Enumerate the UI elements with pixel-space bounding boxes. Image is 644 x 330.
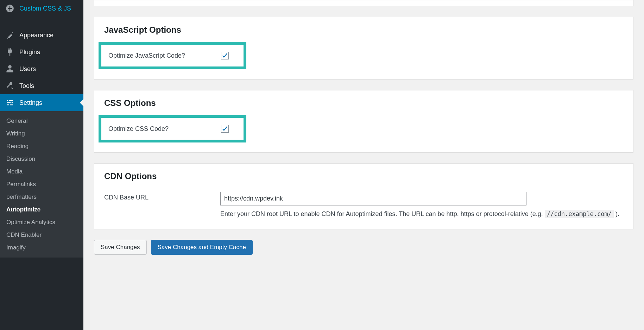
javascript-options-card: JavaScript Options Optimize JavaScript C…	[94, 17, 633, 80]
plug-icon	[5, 47, 14, 57]
settings-submenu: General Writing Reading Discussion Media…	[0, 111, 83, 258]
submenu-item-media[interactable]: Media	[0, 165, 83, 178]
submenu-item-reading[interactable]: Reading	[0, 140, 83, 153]
plus-circle-icon	[5, 4, 14, 13]
submenu-item-cdn-enabler[interactable]: CDN Enabler	[0, 229, 83, 241]
section-title-css: CSS Options	[104, 98, 623, 108]
optimize-js-label: Optimize JavaScript Code?	[108, 52, 221, 59]
submenu-item-imagify[interactable]: Imagify	[0, 241, 83, 254]
optimize-js-row: Optimize JavaScript Code?	[99, 42, 246, 69]
wrench-icon	[5, 81, 14, 90]
check-icon	[222, 126, 228, 132]
sidebar-item-label: Tools	[19, 82, 34, 90]
action-buttons: Save Changes Save Changes and Empty Cach…	[94, 240, 633, 255]
submenu-item-optimize-analytics[interactable]: Optimize Analytics	[0, 216, 83, 229]
optimize-css-label: Optimize CSS Code?	[108, 125, 221, 133]
cdn-base-url-label: CDN Base URL	[104, 192, 220, 201]
sidebar-item-label: Settings	[19, 99, 42, 107]
sidebar-item-label: Plugins	[19, 49, 40, 56]
sidebar-item-label: Appearance	[19, 32, 53, 39]
submenu-item-writing[interactable]: Writing	[0, 127, 83, 140]
optimize-css-checkbox[interactable]	[221, 125, 229, 133]
section-title-js: JavaScript Options	[104, 25, 623, 35]
admin-sidebar: Custom CSS & JS Appearance Plugins Users	[0, 0, 83, 330]
submenu-item-permalinks[interactable]: Permalinks	[0, 178, 83, 191]
css-options-card: CSS Options Optimize CSS Code?	[94, 90, 633, 153]
sidebar-item-plugins[interactable]: Plugins	[0, 44, 83, 61]
sidebar-item-tools[interactable]: Tools	[0, 77, 83, 94]
submenu-item-autoptimize[interactable]: Autoptimize	[0, 203, 83, 216]
sidebar-item-label: Custom CSS & JS	[19, 5, 71, 12]
top-card-fragment	[94, 0, 633, 6]
sliders-icon	[5, 98, 14, 107]
cdn-base-url-description: Enter your CDN root URL to enable CDN fo…	[220, 209, 623, 219]
code-example: //cdn.example.com/	[545, 210, 614, 218]
optimize-js-checkbox[interactable]	[221, 52, 229, 59]
sidebar-item-appearance[interactable]: Appearance	[0, 27, 83, 44]
cdn-options-card: CDN Options CDN Base URL Enter your CDN …	[94, 163, 633, 229]
user-icon	[5, 64, 14, 74]
submenu-item-general[interactable]: General	[0, 115, 83, 127]
sidebar-item-label: Users	[19, 65, 36, 73]
sidebar-item-users[interactable]: Users	[0, 61, 83, 77]
submenu-item-discussion[interactable]: Discussion	[0, 153, 83, 165]
submenu-item-perfmatters[interactable]: perfmatters	[0, 191, 83, 203]
sidebar-item-custom-css-js[interactable]: Custom CSS & JS	[0, 0, 83, 17]
optimize-css-row: Optimize CSS Code?	[99, 115, 246, 142]
main-content: JavaScript Options Optimize JavaScript C…	[83, 0, 644, 330]
save-changes-button[interactable]: Save Changes	[94, 240, 147, 255]
sidebar-item-settings[interactable]: Settings	[0, 94, 83, 111]
check-icon	[222, 52, 228, 59]
section-title-cdn: CDN Options	[104, 171, 623, 181]
cdn-base-url-input[interactable]	[220, 192, 526, 205]
brush-icon	[5, 31, 14, 40]
save-empty-cache-button[interactable]: Save Changes and Empty Cache	[151, 240, 253, 255]
cdn-base-url-row: CDN Base URL Enter your CDN root URL to …	[104, 188, 623, 219]
